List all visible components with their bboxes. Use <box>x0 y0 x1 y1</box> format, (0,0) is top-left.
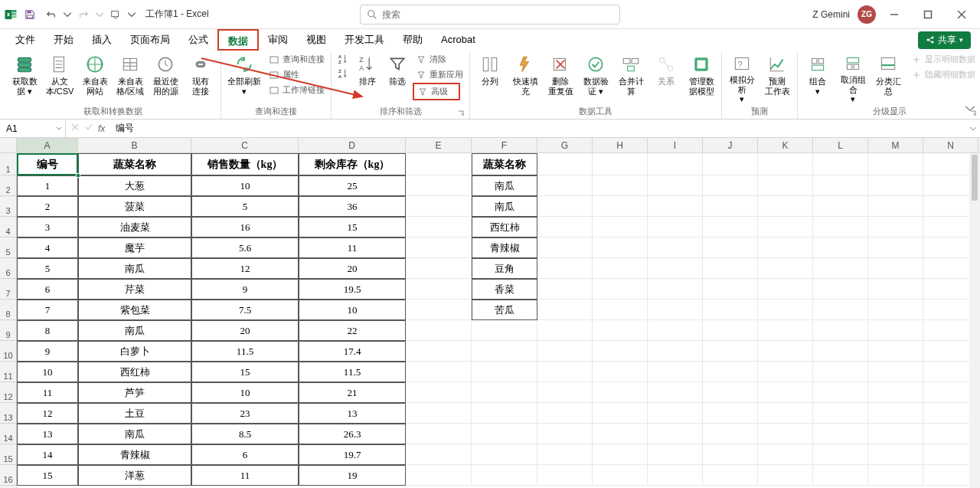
query-工作簿链接[interactable]: 工作簿链接 <box>266 83 328 97</box>
cell-D6[interactable]: 20 <box>299 258 406 279</box>
cell-B4[interactable]: 油麦菜 <box>78 217 191 237</box>
btn-sheet[interactable]: 来自表网站 <box>78 52 112 103</box>
save-button[interactable] <box>20 5 40 25</box>
cell-E8[interactable] <box>406 300 472 320</box>
cell-J12[interactable] <box>703 382 758 403</box>
cell-M13[interactable] <box>868 403 923 424</box>
col-header-A[interactable]: A <box>17 138 78 152</box>
cell-M6[interactable] <box>868 258 923 279</box>
cell-I6[interactable] <box>648 258 703 279</box>
col-header-M[interactable]: M <box>868 138 923 152</box>
btn-link[interactable]: 现有连接 <box>184 52 217 103</box>
cells[interactable]: 编号蔬菜名称销售数量（kg）剩余库存（kg）蔬菜名称1大葱1025南瓜2菠菜53… <box>17 153 980 488</box>
cell-G12[interactable] <box>537 382 593 403</box>
cell-M8[interactable] <box>868 300 923 320</box>
cell-A11[interactable]: 10 <box>17 362 78 382</box>
cell-G15[interactable] <box>537 444 593 465</box>
cell-A3[interactable]: 2 <box>17 196 78 217</box>
cell-H9[interactable] <box>593 320 648 341</box>
cell-K1[interactable] <box>758 153 813 175</box>
col-header-C[interactable]: C <box>191 138 299 152</box>
row-header-10[interactable]: 10 <box>0 341 16 362</box>
cell-I3[interactable] <box>648 196 703 217</box>
btn-clock[interactable]: 最近使用的源 <box>149 52 182 103</box>
row-header-15[interactable]: 15 <box>0 444 16 465</box>
cell-L14[interactable] <box>813 424 868 444</box>
cell-F6[interactable]: 豆角 <box>472 258 537 279</box>
row-header-14[interactable]: 14 <box>0 424 16 444</box>
minimize-button[interactable] <box>879 4 910 25</box>
cell-C4[interactable]: 16 <box>191 217 299 237</box>
cell-A16[interactable]: 15 <box>17 465 78 486</box>
cell-D11[interactable]: 11.5 <box>299 362 406 382</box>
cell-J6[interactable] <box>703 258 758 279</box>
cell-J15[interactable] <box>703 444 758 465</box>
cell-A9[interactable]: 8 <box>17 320 78 341</box>
col-header-E[interactable]: E <box>406 138 472 152</box>
cell-H10[interactable] <box>593 341 648 362</box>
cell-F16[interactable] <box>472 465 537 486</box>
tab-视图[interactable]: 视图 <box>297 29 335 51</box>
cell-I16[interactable] <box>648 465 703 486</box>
cell-M2[interactable] <box>868 175 923 196</box>
btn-group[interactable]: 组合▾ <box>801 52 835 103</box>
filter-高级[interactable]: 高级 <box>413 83 460 100</box>
cell-L5[interactable] <box>813 237 868 258</box>
cell-F13[interactable] <box>472 403 537 424</box>
undo-dropdown[interactable] <box>63 5 72 25</box>
redo-button[interactable] <box>74 5 93 25</box>
cell-H2[interactable] <box>593 175 648 196</box>
btn-columns[interactable]: 分列 <box>473 52 507 103</box>
tab-审阅[interactable]: 审阅 <box>259 29 297 51</box>
dialog-launcher[interactable] <box>457 110 465 117</box>
cell-M7[interactable] <box>868 279 923 300</box>
cell-M1[interactable] <box>868 153 923 175</box>
cell-A5[interactable]: 4 <box>17 237 78 258</box>
cell-A15[interactable]: 14 <box>17 444 78 465</box>
cell-M16[interactable] <box>868 465 923 486</box>
cell-D4[interactable]: 15 <box>299 217 406 237</box>
cell-D13[interactable]: 13 <box>299 403 406 424</box>
cell-J5[interactable] <box>703 237 758 258</box>
cell-L10[interactable] <box>813 341 868 362</box>
cell-C6[interactable]: 12 <box>191 258 299 279</box>
cell-G2[interactable] <box>537 175 593 196</box>
undo-button[interactable] <box>41 5 61 25</box>
tab-公式[interactable]: 公式 <box>179 29 217 51</box>
ribbon-collapse[interactable] <box>965 103 975 114</box>
query-属性[interactable]: 属性 <box>266 67 328 82</box>
cell-G10[interactable] <box>537 341 593 362</box>
btn-model[interactable]: 管理数据模型 <box>684 52 718 103</box>
cell-I1[interactable] <box>648 153 703 175</box>
cell-L13[interactable] <box>813 403 868 424</box>
tab-Acrobat[interactable]: Acrobat <box>432 29 485 51</box>
cell-H1[interactable] <box>593 153 648 175</box>
tab-开发工具[interactable]: 开发工具 <box>335 29 394 51</box>
cell-H4[interactable] <box>593 217 648 237</box>
cell-G11[interactable] <box>537 362 593 382</box>
cell-I8[interactable] <box>648 300 703 320</box>
row-header-11[interactable]: 11 <box>0 362 16 382</box>
cell-F9[interactable] <box>472 320 537 341</box>
cell-J3[interactable] <box>703 196 758 217</box>
cell-K10[interactable] <box>758 341 813 362</box>
cell-I11[interactable] <box>648 362 703 382</box>
cell-H3[interactable] <box>593 196 648 217</box>
cell-C13[interactable]: 23 <box>191 403 299 424</box>
search-input[interactable] <box>382 9 613 20</box>
cell-A7[interactable]: 6 <box>17 279 78 300</box>
cell-B6[interactable]: 南瓜 <box>78 258 191 279</box>
cell-F10[interactable] <box>472 341 537 362</box>
cell-H13[interactable] <box>593 403 648 424</box>
cell-E3[interactable] <box>406 196 472 217</box>
row-header-6[interactable]: 6 <box>0 258 16 279</box>
cell-D8[interactable]: 10 <box>299 300 406 320</box>
btn-consolidate[interactable]: 合并计算 <box>614 52 648 103</box>
cell-H5[interactable] <box>593 237 648 258</box>
cell-K9[interactable] <box>758 320 813 341</box>
cell-G3[interactable] <box>537 196 593 217</box>
cell-B15[interactable]: 青辣椒 <box>78 444 191 465</box>
cell-B5[interactable]: 魔芋 <box>78 237 191 258</box>
cell-H16[interactable] <box>593 465 648 486</box>
cell-K15[interactable] <box>758 444 813 465</box>
